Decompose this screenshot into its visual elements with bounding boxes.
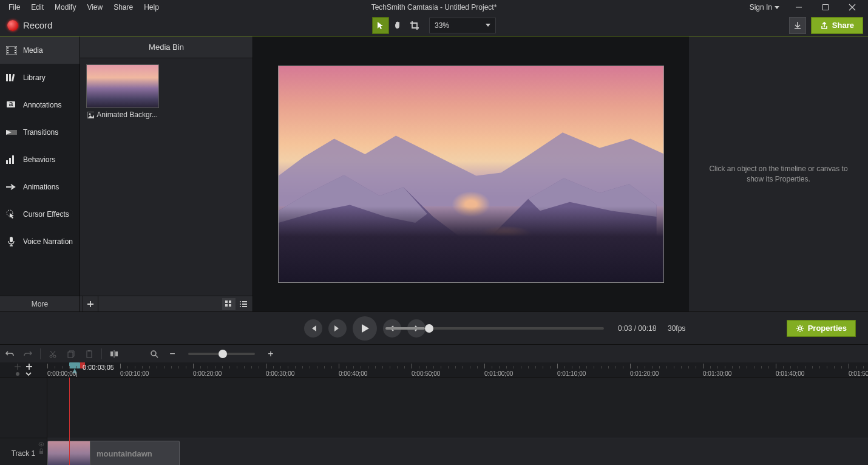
media-bin-item[interactable]: Animated Backgr... [86, 64, 159, 121]
menu-share[interactable]: Share [109, 1, 138, 14]
record-icon [7, 20, 18, 31]
svg-point-34 [798, 327, 801, 330]
canvas-zoom-select[interactable]: 33% [429, 18, 496, 33]
sidebar-item-label: Annotations [23, 101, 61, 109]
sidebar-item-animations[interactable]: Animations [0, 173, 80, 200]
playback-time: 0:03 / 00:18 [618, 324, 656, 333]
svg-rect-19 [12, 155, 14, 164]
sidebar-more-button[interactable]: More [0, 296, 80, 311]
zoom-fit-button[interactable] [147, 347, 161, 361]
track-row[interactable]: mountaindawn [47, 438, 868, 465]
undo-button[interactable] [2, 347, 17, 361]
play-button[interactable] [353, 316, 377, 341]
svg-point-49 [41, 444, 42, 446]
svg-rect-41 [115, 351, 118, 356]
zoom-in-timeline-button[interactable]: + [263, 347, 278, 361]
menubar: File Edit Modify View Share Help TechSmi… [0, 0, 868, 15]
crop-mode-button[interactable] [406, 17, 423, 34]
list-view-button[interactable] [237, 298, 250, 310]
marker-toggle-button[interactable] [15, 371, 21, 377]
canvas-preview-area[interactable] [253, 36, 689, 311]
menu-file[interactable]: File [4, 1, 25, 14]
track-header[interactable]: Track 1 [0, 438, 47, 465]
menu-help[interactable]: Help [139, 1, 164, 14]
sidebar-item-cursor-effects[interactable]: Cursor Effects [0, 200, 80, 228]
zoom-out-timeline-button[interactable]: − [165, 347, 180, 361]
chevron-down-icon [775, 6, 779, 9]
sidebar-item-annotations[interactable]: a Annotations [0, 91, 80, 118]
grid-view-button[interactable] [222, 298, 236, 310]
ruler-tick: 0:00:40;00 [339, 370, 367, 377]
gear-icon [796, 324, 804, 333]
window-minimize[interactable] [787, 0, 811, 15]
hand-icon [393, 21, 402, 30]
sidebar-item-transitions[interactable]: Transitions [0, 118, 80, 146]
sidebar-item-label: Cursor Effects [23, 210, 69, 219]
svg-rect-11 [6, 74, 8, 81]
timeline-ruler[interactable]: 0:00:03;05 0:00:00;000:00:10;000:00:20;0… [47, 362, 868, 377]
menu-modify[interactable]: Modify [50, 1, 81, 14]
crop-icon [410, 21, 419, 30]
collapse-tracks-button[interactable] [24, 371, 33, 377]
sidebar-item-label: Library [23, 73, 46, 82]
share-button[interactable]: Share [811, 17, 863, 34]
next-frame-button[interactable] [328, 319, 347, 338]
menu-view[interactable]: View [82, 1, 107, 14]
media-bin-title: Media Bin [80, 36, 253, 58]
eye-icon[interactable] [38, 442, 44, 447]
redo-icon [23, 350, 33, 358]
ruler-tick: 0:00:30;00 [266, 370, 294, 377]
prev-frame-button[interactable] [304, 319, 322, 338]
sidebar-item-label: Animations [23, 183, 59, 191]
canvas[interactable] [278, 66, 664, 283]
sidebar-item-label: Transitions [23, 128, 58, 137]
tracks-canvas[interactable]: mountaindawn [47, 378, 868, 465]
svg-rect-21 [10, 237, 13, 242]
copy-button[interactable] [64, 347, 78, 361]
sidebar-item-voice-narration[interactable]: Voice Narration [0, 228, 80, 255]
sidebar-item-library[interactable]: Library [0, 64, 80, 91]
grid-icon [225, 300, 233, 308]
pan-mode-button[interactable] [389, 17, 406, 34]
export-button[interactable] [789, 17, 806, 34]
timeline-zoom-slider[interactable] [188, 353, 255, 355]
signin-button[interactable]: Sign In [745, 1, 784, 14]
sidebar-item-media[interactable]: Media [0, 36, 80, 64]
properties-button[interactable]: Properties [787, 320, 856, 337]
cut-button[interactable] [46, 347, 60, 361]
svg-rect-18 [9, 158, 11, 164]
plus-icon [86, 300, 95, 308]
ruler-tick: 0:00:00;00 [47, 370, 76, 377]
chevron-down-icon [24, 371, 33, 377]
svg-rect-24 [225, 300, 228, 303]
redo-button[interactable] [21, 347, 35, 361]
menu-edit[interactable]: Edit [26, 1, 49, 14]
split-button[interactable] [107, 347, 121, 361]
playback-seek-slider[interactable] [385, 327, 604, 330]
paste-button[interactable] [82, 347, 97, 361]
lock-icon[interactable] [38, 448, 44, 454]
add-track-button[interactable] [25, 362, 33, 371]
add-media-button[interactable] [83, 296, 98, 312]
sidebar-item-label: Media [23, 46, 43, 55]
record-button[interactable]: Record [5, 18, 59, 33]
svg-rect-9 [15, 50, 16, 51]
window-maximize[interactable] [813, 0, 838, 15]
sidebar-item-behaviors[interactable]: Behaviors [0, 146, 80, 173]
svg-rect-40 [110, 351, 113, 356]
microphone-icon [6, 236, 17, 247]
svg-rect-31 [242, 304, 247, 305]
library-icon [6, 72, 17, 83]
transitions-icon [6, 127, 17, 138]
tool-sidebar: Media Library a Annotations Transitions … [0, 36, 80, 311]
window-close[interactable] [840, 0, 864, 15]
playback-bar: 0:03 / 00:18 30fps Properties [0, 311, 868, 344]
timeline-clip[interactable]: mountaindawn [47, 441, 180, 465]
svg-rect-5 [7, 47, 8, 49]
timeline-toolbar: − + [0, 344, 868, 362]
add-marker-button[interactable] [14, 363, 21, 370]
edit-mode-button[interactable] [372, 17, 389, 34]
behaviors-icon [6, 154, 17, 165]
split-icon [110, 350, 118, 358]
paste-icon [85, 350, 93, 358]
